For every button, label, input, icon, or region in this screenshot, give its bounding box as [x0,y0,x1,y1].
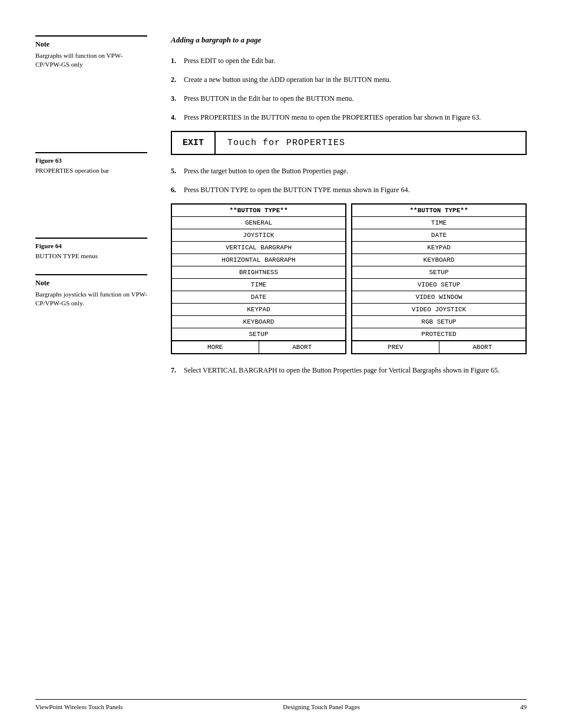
button-type-figure: **BUTTON TYPE** GENERAL JOYSTICK VERTICA… [171,203,527,354]
figure64-label-block: Figure 64 BUTTON TYPE menus [35,238,147,261]
page-footer: ViewPoint Wireless Touch Panels Designin… [35,699,527,710]
page: Note Bargraphs will function on VPW-CP/V… [0,0,562,728]
menu2-item-date: DATE [352,229,525,242]
menu1-item-brightness: BRIGHTNESS [172,266,345,279]
step4-text: Press PROPERTIES in the BUTTON menu to o… [184,112,527,123]
menu2-abort-button[interactable]: ABORT [439,341,526,353]
menu2-item-video-joystick: VIDEO JOYSTICK [352,304,525,316]
menu1-header: **BUTTON TYPE** [172,205,345,217]
step-1: 1. Press EDIT to open the Edit bar. [171,55,527,66]
left-column: Note Bargraphs will function on VPW-CP/V… [35,35,165,384]
menu2-item-video-setup: VIDEO SETUP [352,279,525,291]
menu2-item-protected: PROTECTED [352,328,525,341]
menu2-item-setup: SETUP [352,266,525,279]
footer-page: 49 [520,703,527,710]
note2-text: Bargraphs joysticks will function on VPW… [35,290,147,308]
step5-text: Press the target button to open the Butt… [184,166,527,176]
menu1-item-general: GENERAL [172,217,345,229]
note1-text: Bargraphs will function on VPW-CP/VPW-GS… [35,51,147,70]
menu1-item-date: DATE [172,291,345,304]
menu1-item-keypad: KEYPAD [172,304,345,316]
note1-block: Note Bargraphs will function on VPW-CP/V… [35,35,147,70]
menu2-item-keyboard: KEYBOARD [352,254,525,266]
step4-number: 4. [171,112,184,123]
figure64-desc: BUTTON TYPE menus [35,252,147,261]
exit-button: EXIT [172,132,216,154]
properties-bar-figure: EXIT Touch for PROPERTIES [171,131,527,155]
step7-number: 7. [171,365,184,375]
step5-number: 5. [171,166,184,176]
step1-number: 1. [171,55,184,66]
menu2-header: **BUTTON TYPE** [352,205,525,217]
right-column: Adding a bargraph to a page 1. Press EDI… [165,35,527,384]
step6-text: Press BUTTON TYPE to open the BUTTON TYP… [184,185,527,195]
note1-title: Note [35,40,147,49]
steps-list: 1. Press EDIT to open the Edit bar. 2. C… [171,55,527,123]
button-type-menu-1: **BUTTON TYPE** GENERAL JOYSTICK VERTICA… [171,203,346,354]
footer-left: ViewPoint Wireless Touch Panels [35,703,123,710]
menu2-item-video-window: VIDEO WINDOW [352,291,525,304]
step2-number: 2. [171,74,184,85]
section-title: Adding a bargraph to a page [171,35,527,45]
step3-number: 3. [171,93,184,104]
menu2-item-keypad: KEYPAD [352,242,525,254]
menu1-item-vertical-bargraph: VERTICAL BARGRAPH [172,242,345,254]
step-4: 4. Press PROPERTIES in the BUTTON menu t… [171,112,527,123]
menu1-item-setup: SETUP [172,328,345,341]
menu1-item-time: TIME [172,279,345,291]
menu2-prev-button[interactable]: PREV [352,341,439,353]
step7-text: Select VERTICAL BARGRAPH to open the But… [184,365,527,375]
menu1-footer: MORE ABORT [172,341,345,353]
touch-for-properties-label: Touch for PROPERTIES [216,132,525,154]
steps-list-3: 7. Select VERTICAL BARGRAPH to open the … [171,365,527,375]
menu2-footer: PREV ABORT [352,341,525,353]
steps-list-2: 5. Press the target button to open the B… [171,166,527,195]
menu2-item-rgb-setup: RGB SETUP [352,316,525,328]
step3-text: Press BUTTON in the Edit bar to open the… [184,93,527,104]
note2-block: Note Bargraphs joysticks will function o… [35,274,147,308]
step-5: 5. Press the target button to open the B… [171,166,527,176]
menu1-abort-button[interactable]: ABORT [259,341,346,353]
footer-right: Designing Touch Panel Pages [283,703,360,710]
menu1-item-horizontal-bargraph: HORIZONTAL BARGRAPH [172,254,345,266]
figure63-title: Figure 63 [35,157,147,164]
note2-title: Note [35,279,147,288]
menu1-item-joystick: JOYSTICK [172,229,345,242]
step6-number: 6. [171,185,184,195]
step1-text: Press EDIT to open the Edit bar. [184,55,527,66]
figure63-label-block: Figure 63 PROPERTIES operation bar [35,152,147,175]
figure63-desc: PROPERTIES operation bar [35,166,147,175]
step2-text: Create a new button using the ADD operat… [184,74,527,85]
button-type-menu-2: **BUTTON TYPE** TIME DATE KEYPAD KEYBOAR… [351,203,527,354]
figure64-title: Figure 64 [35,242,147,249]
menu1-item-keyboard: KEYBOARD [172,316,345,328]
step-2: 2. Create a new button using the ADD ope… [171,74,527,85]
step-6: 6. Press BUTTON TYPE to open the BUTTON … [171,185,527,195]
step-3: 3. Press BUTTON in the Edit bar to open … [171,93,527,104]
content-area: Note Bargraphs will function on VPW-CP/V… [0,35,562,384]
menu1-more-button[interactable]: MORE [172,341,259,353]
menu2-item-time: TIME [352,217,525,229]
step-7: 7. Select VERTICAL BARGRAPH to open the … [171,365,527,375]
